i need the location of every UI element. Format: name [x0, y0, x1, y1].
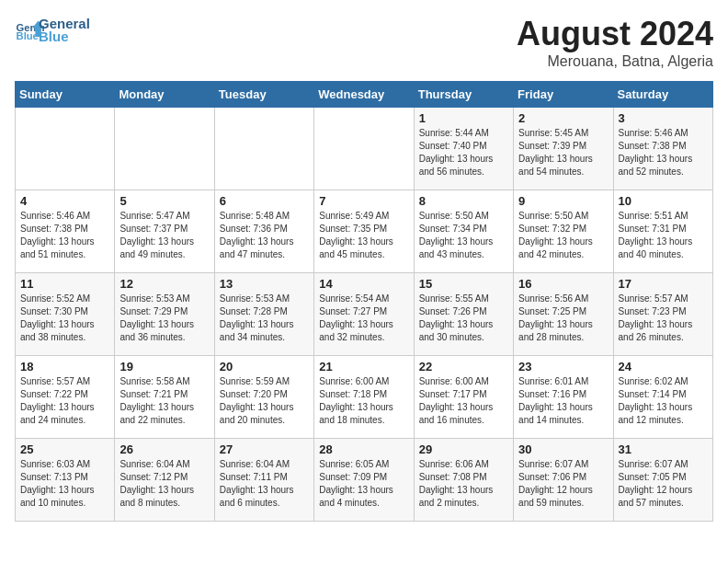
day-cell: 4Sunrise: 5:46 AM Sunset: 7:38 PM Daylig…: [16, 190, 115, 273]
day-number: 3: [619, 111, 708, 125]
day-cell: 15Sunrise: 5:55 AM Sunset: 7:26 PM Dayli…: [414, 273, 513, 356]
day-info: Sunrise: 5:50 AM Sunset: 7:34 PM Dayligh…: [419, 210, 508, 261]
day-info: Sunrise: 6:05 AM Sunset: 7:09 PM Dayligh…: [319, 458, 408, 510]
logo-line2: Blue: [39, 29, 90, 44]
day-cell: 16Sunrise: 5:56 AM Sunset: 7:25 PM Dayli…: [514, 273, 613, 356]
day-cell: 18Sunrise: 5:57 AM Sunset: 7:22 PM Dayli…: [16, 356, 115, 439]
weekday-header-sunday: Sunday: [16, 82, 115, 108]
day-info: Sunrise: 5:49 AM Sunset: 7:35 PM Dayligh…: [319, 210, 408, 261]
day-number: 24: [619, 360, 708, 373]
day-cell: 19Sunrise: 5:58 AM Sunset: 7:21 PM Dayli…: [115, 356, 214, 439]
day-info: Sunrise: 5:59 AM Sunset: 7:20 PM Dayligh…: [220, 375, 309, 427]
day-cell: 21Sunrise: 6:00 AM Sunset: 7:18 PM Dayli…: [314, 356, 414, 439]
day-info: Sunrise: 6:06 AM Sunset: 7:08 PM Dayligh…: [419, 458, 508, 510]
day-cell: 27Sunrise: 6:04 AM Sunset: 7:11 PM Dayli…: [214, 439, 313, 522]
day-number: 23: [518, 360, 608, 373]
weekday-header-monday: Monday: [115, 82, 214, 108]
day-number: 12: [119, 277, 209, 291]
day-cell: 1Sunrise: 5:44 AM Sunset: 7:40 PM Daylig…: [414, 108, 513, 190]
day-number: 16: [518, 277, 608, 291]
day-number: 19: [119, 360, 209, 373]
day-cell: 31Sunrise: 6:07 AM Sunset: 7:05 PM Dayli…: [613, 439, 712, 522]
location-subtitle: Merouana, Batna, Algeria: [517, 53, 713, 70]
week-row-3: 11Sunrise: 5:52 AM Sunset: 7:30 PM Dayli…: [16, 273, 713, 356]
month-year-title: August 2024: [517, 15, 713, 53]
day-cell: 8Sunrise: 5:50 AM Sunset: 7:34 PM Daylig…: [414, 190, 513, 273]
day-info: Sunrise: 5:53 AM Sunset: 7:29 PM Dayligh…: [119, 293, 209, 344]
day-info: Sunrise: 5:50 AM Sunset: 7:32 PM Dayligh…: [518, 210, 608, 261]
title-block: August 2024 Merouana, Batna, Algeria: [517, 15, 713, 70]
day-cell: [214, 108, 313, 190]
day-info: Sunrise: 6:00 AM Sunset: 7:18 PM Dayligh…: [319, 375, 408, 427]
calendar-table: SundayMondayTuesdayWednesdayThursdayFrid…: [15, 81, 713, 522]
day-info: Sunrise: 5:52 AM Sunset: 7:30 PM Dayligh…: [20, 293, 109, 344]
day-number: 6: [220, 194, 309, 208]
day-number: 2: [518, 111, 608, 125]
day-number: 10: [619, 194, 708, 208]
day-info: Sunrise: 6:00 AM Sunset: 7:17 PM Dayligh…: [419, 375, 508, 427]
day-info: Sunrise: 6:03 AM Sunset: 7:13 PM Dayligh…: [20, 458, 109, 510]
day-number: 18: [20, 360, 109, 373]
day-number: 28: [319, 442, 408, 456]
day-info: Sunrise: 6:04 AM Sunset: 7:11 PM Dayligh…: [220, 458, 309, 510]
day-number: 9: [518, 194, 608, 208]
logo: General Blue General Blue: [15, 15, 90, 44]
day-cell: 2Sunrise: 5:45 AM Sunset: 7:39 PM Daylig…: [514, 108, 613, 190]
day-cell: 10Sunrise: 5:51 AM Sunset: 7:31 PM Dayli…: [613, 190, 712, 273]
week-row-4: 18Sunrise: 5:57 AM Sunset: 7:22 PM Dayli…: [16, 356, 713, 439]
day-info: Sunrise: 5:57 AM Sunset: 7:22 PM Dayligh…: [20, 375, 109, 427]
day-number: 5: [119, 194, 209, 208]
day-number: 1: [419, 111, 508, 125]
day-cell: 5Sunrise: 5:47 AM Sunset: 7:37 PM Daylig…: [115, 190, 214, 273]
day-number: 21: [319, 360, 408, 373]
day-number: 27: [220, 442, 309, 456]
weekday-header-wednesday: Wednesday: [314, 82, 414, 108]
day-number: 4: [20, 194, 109, 208]
day-info: Sunrise: 5:47 AM Sunset: 7:37 PM Dayligh…: [119, 210, 209, 261]
day-info: Sunrise: 5:55 AM Sunset: 7:26 PM Dayligh…: [419, 293, 508, 344]
day-number: 14: [319, 277, 408, 291]
day-cell: 3Sunrise: 5:46 AM Sunset: 7:38 PM Daylig…: [613, 108, 712, 190]
day-cell: 29Sunrise: 6:06 AM Sunset: 7:08 PM Dayli…: [414, 439, 513, 522]
day-number: 8: [419, 194, 508, 208]
day-number: 29: [419, 442, 508, 456]
day-cell: 20Sunrise: 5:59 AM Sunset: 7:20 PM Dayli…: [214, 356, 313, 439]
day-number: 13: [220, 277, 309, 291]
day-cell: 24Sunrise: 6:02 AM Sunset: 7:14 PM Dayli…: [613, 356, 712, 439]
day-cell: 13Sunrise: 5:53 AM Sunset: 7:28 PM Dayli…: [214, 273, 313, 356]
day-cell: 11Sunrise: 5:52 AM Sunset: 7:30 PM Dayli…: [16, 273, 115, 356]
day-cell: 12Sunrise: 5:53 AM Sunset: 7:29 PM Dayli…: [115, 273, 214, 356]
day-info: Sunrise: 5:48 AM Sunset: 7:36 PM Dayligh…: [220, 210, 309, 261]
day-number: 30: [518, 442, 608, 456]
day-cell: 9Sunrise: 5:50 AM Sunset: 7:32 PM Daylig…: [514, 190, 613, 273]
day-info: Sunrise: 6:01 AM Sunset: 7:16 PM Dayligh…: [518, 375, 608, 427]
weekday-header-friday: Friday: [514, 82, 613, 108]
page-header: General Blue General Blue August 2024 Me…: [15, 15, 713, 70]
day-number: 26: [119, 442, 209, 456]
day-number: 22: [419, 360, 508, 373]
day-info: Sunrise: 5:46 AM Sunset: 7:38 PM Dayligh…: [619, 127, 708, 178]
day-number: 7: [319, 194, 408, 208]
week-row-2: 4Sunrise: 5:46 AM Sunset: 7:38 PM Daylig…: [16, 190, 713, 273]
day-cell: 17Sunrise: 5:57 AM Sunset: 7:23 PM Dayli…: [613, 273, 712, 356]
day-info: Sunrise: 5:45 AM Sunset: 7:39 PM Dayligh…: [518, 127, 608, 178]
day-number: 25: [20, 442, 109, 456]
day-cell: 26Sunrise: 6:04 AM Sunset: 7:12 PM Dayli…: [115, 439, 214, 522]
week-row-5: 25Sunrise: 6:03 AM Sunset: 7:13 PM Dayli…: [16, 439, 713, 522]
day-cell: [16, 108, 115, 190]
day-info: Sunrise: 5:44 AM Sunset: 7:40 PM Dayligh…: [419, 127, 508, 178]
weekday-header-tuesday: Tuesday: [214, 82, 313, 108]
day-info: Sunrise: 5:57 AM Sunset: 7:23 PM Dayligh…: [619, 293, 708, 344]
day-number: 11: [20, 277, 109, 291]
day-info: Sunrise: 6:07 AM Sunset: 7:05 PM Dayligh…: [619, 458, 708, 510]
weekday-header-thursday: Thursday: [414, 82, 513, 108]
day-cell: 30Sunrise: 6:07 AM Sunset: 7:06 PM Dayli…: [514, 439, 613, 522]
day-cell: 22Sunrise: 6:00 AM Sunset: 7:17 PM Dayli…: [414, 356, 513, 439]
day-cell: 25Sunrise: 6:03 AM Sunset: 7:13 PM Dayli…: [16, 439, 115, 522]
day-cell: 28Sunrise: 6:05 AM Sunset: 7:09 PM Dayli…: [314, 439, 414, 522]
week-row-1: 1Sunrise: 5:44 AM Sunset: 7:40 PM Daylig…: [16, 108, 713, 190]
weekday-header-saturday: Saturday: [613, 82, 712, 108]
day-info: Sunrise: 6:02 AM Sunset: 7:14 PM Dayligh…: [619, 375, 708, 427]
day-number: 20: [220, 360, 309, 373]
day-cell: 14Sunrise: 5:54 AM Sunset: 7:27 PM Dayli…: [314, 273, 414, 356]
